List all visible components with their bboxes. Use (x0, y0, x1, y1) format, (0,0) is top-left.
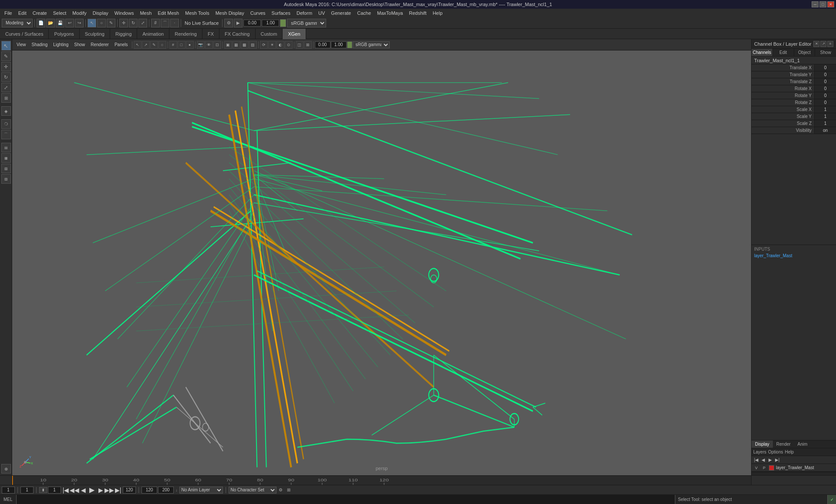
le-menu-help[interactable]: Help (785, 450, 794, 454)
gamma-selector[interactable]: sRGB gamma (287, 19, 326, 27)
vp-stereo-btn[interactable]: 👁 (205, 41, 213, 49)
tab-animation[interactable]: Animation (137, 29, 169, 39)
scale-tool[interactable]: ⤢ (1, 83, 11, 92)
maximize-button[interactable]: □ (819, 1, 826, 7)
vp-menu-panels[interactable]: Panels (112, 42, 131, 47)
open-scene-btn[interactable]: 📂 (46, 19, 55, 27)
menu-uv[interactable]: UV (316, 10, 327, 16)
timeline-settings-btn[interactable]: ⊞ (285, 487, 292, 494)
curve-snap[interactable]: ⌒ (1, 130, 11, 139)
range-start-input[interactable] (48, 487, 61, 494)
menu-edit-mesh[interactable]: Edit Mesh (155, 10, 182, 16)
vp-grid-btn[interactable]: # (169, 41, 177, 49)
snap-point-btn[interactable]: · (170, 19, 179, 27)
vp-gamma-select[interactable]: sRGB gamma (353, 41, 390, 48)
menu-surfaces[interactable]: Surfaces (269, 10, 293, 16)
menu-curves[interactable]: Curves (248, 10, 268, 16)
cb-row-scale-z[interactable]: Scale Z 1 (752, 120, 836, 127)
render-settings-btn[interactable]: ⚙ (224, 19, 233, 27)
menu-create[interactable]: Create (30, 10, 50, 16)
close-button[interactable]: ✕ (827, 1, 834, 7)
vp-colorspace-indicator[interactable] (347, 41, 352, 48)
move-tool[interactable]: ✛ (1, 62, 11, 71)
vp-menu-lighting[interactable]: Lighting (51, 42, 71, 47)
channel-box-btn[interactable]: ▨ (1, 174, 11, 184)
show-manipulator[interactable]: ◈ (1, 106, 11, 116)
render-btn[interactable]: ▶ (234, 19, 243, 27)
cb-row-rotate-z[interactable]: Rotate Z 0 (752, 99, 836, 106)
vp-menu-show[interactable]: Show (71, 42, 88, 47)
layer-row-trawler-mast[interactable]: V P layer_Trawler_Mast (752, 464, 836, 472)
save-scene-btn[interactable]: 💾 (56, 19, 64, 27)
exposure-input[interactable] (243, 20, 261, 27)
layer-color-swatch[interactable] (769, 465, 774, 470)
cb-row-translate-z[interactable]: Translate Z 0 (752, 78, 836, 85)
cb-row-scale-x[interactable]: Scale X 1 (752, 106, 836, 113)
right-panel-scrollbar[interactable] (752, 472, 836, 475)
cb-row-scale-y[interactable]: Scale Y 1 (752, 113, 836, 120)
vp-lasso-btn[interactable]: ○ (158, 41, 166, 49)
rotate-tool[interactable]: ↻ (1, 72, 11, 82)
menu-cache[interactable]: Cache (354, 10, 374, 16)
tab-xgen[interactable]: XGen (283, 29, 306, 39)
universal-manip[interactable]: ⊞ (1, 93, 11, 103)
tab-fx-caching[interactable]: FX Caching (219, 29, 255, 39)
cb-tab-edit[interactable]: Edit (773, 49, 794, 56)
vp-display3-btn[interactable]: ▩ (241, 41, 249, 49)
tab-polygons[interactable]: Polygons (49, 29, 79, 39)
vp-input2[interactable] (331, 41, 347, 48)
soft-select[interactable]: ❍ (1, 119, 11, 129)
layer-playback-btn[interactable]: P (761, 466, 767, 470)
range-end-input[interactable] (123, 487, 136, 494)
select-tool[interactable]: ↖ (1, 41, 11, 50)
vp-anim-btn[interactable]: ⟳ (260, 41, 268, 49)
cb-tab-object[interactable]: Object (794, 49, 816, 56)
new-scene-btn[interactable]: 📄 (37, 19, 45, 27)
tab-rendering[interactable]: Rendering (169, 29, 202, 39)
vp-light-btn[interactable]: ☀ (268, 41, 276, 49)
le-menu-layers[interactable]: Layers (753, 450, 766, 454)
menu-file[interactable]: File (2, 10, 15, 16)
inputs-item[interactable]: layer_Trawler_Mast (754, 253, 833, 259)
vp-move-btn[interactable]: ↗ (142, 41, 150, 49)
menu-maxtomaya[interactable]: MaxToMaya (374, 10, 405, 16)
playback-skip-forward[interactable]: ▶| (114, 486, 122, 494)
channel-box-menu-btn[interactable]: ≡ (827, 41, 833, 47)
mel-label[interactable]: MEL (0, 495, 17, 504)
more-tools-btn[interactable]: ⊕ (1, 464, 11, 474)
vp-menu-shading[interactable]: Shading (29, 42, 51, 47)
channel-box-close-btn[interactable]: ✕ (813, 41, 819, 47)
cb-row-visibility[interactable]: Visibility on (752, 127, 836, 134)
menu-redshift[interactable]: Redshift (406, 10, 429, 16)
vp-input1[interactable] (315, 41, 330, 48)
playback-prev-frame[interactable]: ◀ (79, 486, 87, 494)
le-next-layer-btn[interactable]: ▶ (767, 457, 773, 463)
menu-display[interactable]: Display (90, 10, 111, 16)
playback-skip-back[interactable]: |◀ (62, 486, 70, 494)
playback-settings-btn[interactable]: ⚙ (277, 487, 284, 494)
menu-mesh-tools[interactable]: Mesh Tools (182, 10, 212, 16)
start-frame-input[interactable] (20, 487, 34, 494)
menu-modify[interactable]: Modify (70, 10, 89, 16)
tab-sculpting[interactable]: Sculpting (80, 29, 110, 39)
menu-help[interactable]: Help (430, 10, 445, 16)
cb-row-translate-x[interactable]: Translate X 0 (752, 64, 836, 71)
le-prev-layer-btn[interactable]: ◀ (760, 457, 766, 463)
tab-custom[interactable]: Custom (256, 29, 283, 39)
max-frame-input[interactable] (158, 487, 174, 494)
channel-box-float-btn[interactable]: ↗ (820, 41, 826, 47)
menu-windows[interactable]: Windows (112, 10, 137, 16)
redo-btn[interactable]: ↪ (75, 19, 84, 27)
vp-display2-btn[interactable]: ▦ (233, 41, 240, 49)
vp-xray-btn[interactable]: ⊠ (304, 41, 312, 49)
le-tab-anim[interactable]: Anim (794, 440, 811, 448)
tab-rigging[interactable]: Rigging (110, 29, 137, 39)
move-btn[interactable]: ✛ (119, 19, 128, 27)
vp-resolution-btn[interactable]: ⊡ (213, 41, 221, 49)
vp-render2-btn[interactable]: ◐ (276, 41, 284, 49)
playback-play[interactable]: ▶ (88, 486, 96, 494)
menu-generate[interactable]: Generate (328, 10, 354, 16)
playback-next-key[interactable]: ▶▶ (105, 486, 113, 494)
select-tool-btn[interactable]: ↖ (88, 19, 96, 27)
rotate-btn[interactable]: ↻ (129, 19, 138, 27)
